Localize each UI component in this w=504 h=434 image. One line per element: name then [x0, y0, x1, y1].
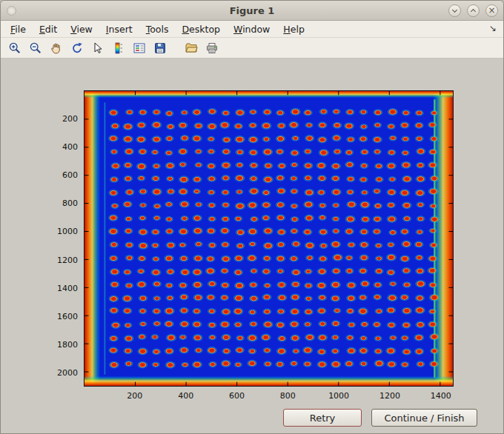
x-tick-label: 400 [178, 391, 193, 401]
menu-window[interactable]: Window [227, 22, 276, 36]
menu-tools[interactable]: Tools [139, 22, 176, 36]
menu-desktop[interactable]: Desktop [175, 22, 227, 36]
x-tick-label: 600 [229, 391, 245, 401]
menubar: File Edit View Insert Tools Desktop Wind… [1, 21, 503, 38]
zoom-in-icon[interactable] [5, 39, 24, 56]
figure-window: Figure 1 × File Edit View Insert Tools D… [0, 0, 504, 434]
y-tick-label: 800 [62, 198, 78, 208]
menu-help[interactable]: Help [276, 22, 311, 36]
retry-button[interactable]: Retry [283, 409, 362, 427]
window-menu-icon[interactable] [7, 6, 16, 16]
y-tick-label: 1800 [57, 339, 78, 349]
x-tick-label: 1000 [328, 391, 349, 401]
y-tick-label: 1000 [57, 227, 78, 236]
y-tick-label: 1600 [57, 311, 78, 321]
open-file-icon[interactable] [182, 39, 200, 56]
dock-figure-icon[interactable]: ↘ [489, 23, 497, 33]
x-tick-label: 800 [280, 391, 296, 401]
y-tick-label: 200 [62, 114, 78, 124]
rotate-3d-icon[interactable] [67, 39, 86, 56]
x-tick-label: 1400 [431, 391, 451, 401]
y-tick-label: 1200 [57, 255, 78, 264]
continue-finish-button[interactable]: Continue / Finish [371, 409, 477, 427]
x-tick-label: 1200 [379, 391, 400, 401]
close-icon: × [488, 6, 495, 15]
insert-legend-icon[interactable] [130, 39, 148, 56]
y-tick-label: 400 [62, 142, 78, 152]
pan-hand-icon[interactable] [47, 39, 65, 56]
insert-colorbar-icon[interactable] [109, 39, 127, 56]
data-cursor-icon[interactable] [88, 39, 107, 56]
figure-canvas: 2004006008001000120014001600180020002004… [1, 59, 503, 433]
window-controls: × [448, 4, 498, 17]
y-tick-label: 1400 [57, 283, 78, 293]
chevron-up-icon [471, 8, 476, 13]
x-tick-label: 200 [127, 391, 142, 401]
menu-edit[interactable]: Edit [33, 22, 64, 36]
save-figure-icon[interactable] [150, 39, 169, 56]
y-tick-label: 600 [62, 170, 78, 180]
minimize-button[interactable] [448, 4, 461, 17]
titlebar: Figure 1 × [1, 1, 503, 21]
menu-view[interactable]: View [64, 22, 99, 36]
y-tick-label: 2000 [57, 367, 78, 377]
chevron-down-icon [452, 7, 457, 12]
zoom-out-icon[interactable] [26, 39, 44, 56]
plate-image [84, 91, 453, 386]
print-figure-icon[interactable] [202, 39, 221, 56]
close-button[interactable]: × [485, 4, 498, 17]
plate-image-axes[interactable] [84, 90, 454, 387]
axes-wrap: 2004006008001000120014001600180020002004… [84, 90, 454, 387]
figure-toolbar [1, 38, 503, 59]
maximize-button[interactable] [467, 4, 480, 17]
menu-insert[interactable]: Insert [99, 22, 139, 36]
window-title: Figure 1 [1, 5, 503, 16]
menu-file[interactable]: File [4, 22, 33, 36]
